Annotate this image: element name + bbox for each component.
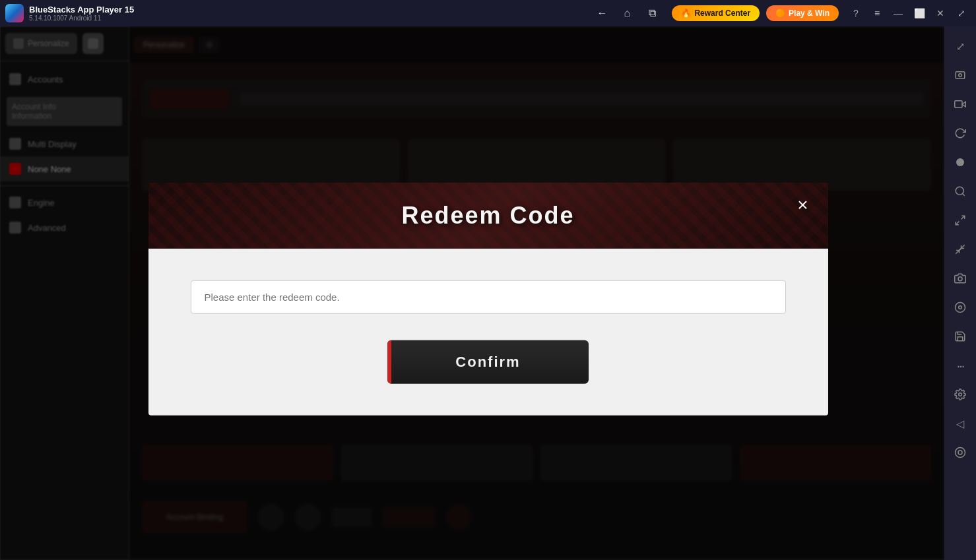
svg-rect-3 xyxy=(955,101,962,108)
svg-point-4 xyxy=(956,158,964,166)
record-icon[interactable] xyxy=(948,150,972,174)
save-icon[interactable] xyxy=(948,325,972,348)
collapse-icon[interactable]: ◁ xyxy=(948,412,972,435)
app-name: BlueStacks App Player 15 xyxy=(29,5,582,15)
redeem-code-input[interactable] xyxy=(191,280,786,313)
svg-point-13 xyxy=(959,306,962,309)
sidebar-left: Personalize Accounts Account InfoInforma… xyxy=(0,26,129,560)
svg-point-14 xyxy=(959,393,962,396)
svg-marker-2 xyxy=(962,102,965,107)
resize-icon[interactable] xyxy=(948,208,972,232)
svg-point-15 xyxy=(956,448,965,458)
modal-header: Redeem Code × xyxy=(148,182,828,248)
bluestacks-logo xyxy=(5,4,24,22)
svg-rect-0 xyxy=(956,72,965,79)
video-icon[interactable] xyxy=(948,92,972,116)
screenshot-icon[interactable] xyxy=(948,63,972,87)
title-bar: BlueStacks App Player 15 5.14.10.1007 An… xyxy=(0,0,976,26)
settings-icon[interactable] xyxy=(948,383,972,406)
redeem-code-modal: Redeem Code × Confirm xyxy=(148,182,828,415)
sidebar-right: ⤢ xyxy=(944,26,976,560)
svg-line-8 xyxy=(956,222,959,225)
svg-point-12 xyxy=(956,303,965,313)
camera-record-icon[interactable] xyxy=(948,266,972,290)
close-button[interactable]: ✕ xyxy=(931,4,950,22)
minimize-button[interactable]: — xyxy=(889,4,907,22)
window-controls: ? ≡ — ⬜ ✕ ⤢ xyxy=(847,4,971,22)
maximize-button[interactable]: ⬜ xyxy=(910,4,928,22)
nav-icons: ← ⌂ ⧉ xyxy=(593,4,661,22)
reward-center-button[interactable]: 🔥 Reward Center xyxy=(672,5,760,21)
modal-title: Redeem Code xyxy=(401,201,574,229)
multi-button[interactable]: ⧉ xyxy=(643,4,661,22)
svg-line-10 xyxy=(956,249,961,254)
app-info: BlueStacks App Player 15 5.14.10.1007 An… xyxy=(29,5,582,22)
gyro-icon[interactable] xyxy=(948,296,972,319)
modal-body: Confirm xyxy=(148,248,828,415)
help-button[interactable]: ? xyxy=(847,4,865,22)
more-icon[interactable]: ··· xyxy=(948,354,972,377)
expand-icon[interactable]: ⤢ xyxy=(948,34,972,58)
app-version: 5.14.10.1007 Android 11 xyxy=(29,15,582,22)
back-button[interactable]: ← xyxy=(593,4,611,22)
menu-button[interactable]: ≡ xyxy=(868,4,886,22)
modal-close-button[interactable]: × xyxy=(791,193,815,216)
virtual-icon[interactable] xyxy=(948,441,972,464)
svg-point-5 xyxy=(956,187,963,195)
refresh-icon[interactable] xyxy=(948,121,972,145)
svg-line-6 xyxy=(962,193,964,195)
confirm-button[interactable]: Confirm xyxy=(387,340,589,383)
svg-point-1 xyxy=(959,74,962,77)
svg-point-11 xyxy=(958,277,962,281)
home-button[interactable]: ⌂ xyxy=(618,4,636,22)
svg-point-16 xyxy=(958,451,962,454)
play-win-button[interactable]: 🟠 Play & Win xyxy=(766,5,839,21)
resize2-icon[interactable] xyxy=(948,237,972,261)
search-icon[interactable] xyxy=(948,179,972,203)
expand-button[interactable]: ⤢ xyxy=(952,4,971,22)
svg-line-7 xyxy=(961,216,965,219)
